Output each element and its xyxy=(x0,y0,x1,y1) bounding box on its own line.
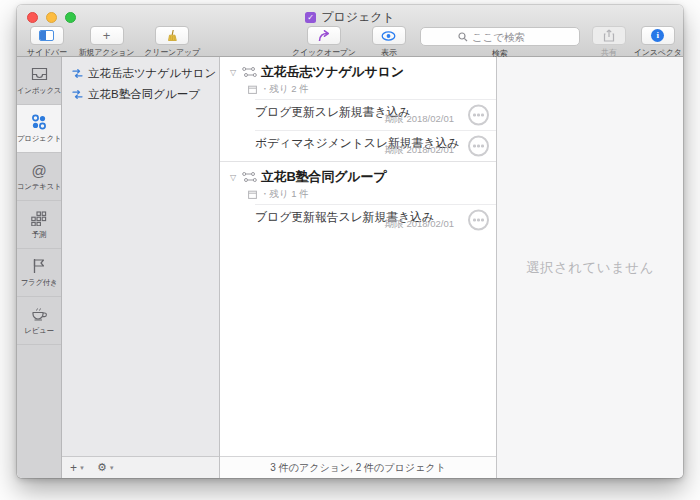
status-bar: 3 件のアクション, 2 件のプロジェクト xyxy=(220,456,496,478)
titlebar[interactable]: ✓ プロジェクト xyxy=(17,5,683,25)
search-input[interactable] xyxy=(472,31,542,43)
traffic-lights xyxy=(27,12,76,23)
tab-projects-label: プロジェクト xyxy=(17,134,61,144)
project-subtitle: ・残り 2 件 xyxy=(248,83,488,96)
omnifocus-proxy-icon: ✓ xyxy=(305,12,316,23)
share-button[interactable] xyxy=(592,26,626,45)
quick-open-button[interactable] xyxy=(307,26,341,45)
omnifocus-window: ✓ プロジェクト サイドバー + 新規アクション xyxy=(17,5,683,478)
project-group: ▽ 立花岳志ツナゲルサロン xyxy=(220,57,496,161)
share-label: 共有 xyxy=(601,47,617,58)
project-group-header[interactable]: ▽ 立花B塾合同グループ xyxy=(220,162,496,204)
close-button[interactable] xyxy=(27,12,38,23)
contexts-at-icon: @ xyxy=(31,161,46,179)
detail-pane: 選択されていません xyxy=(497,57,683,478)
calendar-icon xyxy=(248,190,257,199)
sidebar-project-item[interactable]: 立花岳志ツナゲルサロン xyxy=(62,63,219,84)
sidebar-project-item[interactable]: 立花B塾合同グループ xyxy=(62,84,219,105)
flag-icon xyxy=(32,257,46,275)
new-action-label: 新規アクション xyxy=(79,47,135,58)
toolbar-item-sidebar: サイドバー xyxy=(27,26,67,58)
toolbar-item-quick-open: クイックオープン xyxy=(292,26,356,58)
review-cup-icon xyxy=(31,305,48,323)
project-group-header[interactable]: ▽ 立花岳志ツナゲルサロン xyxy=(220,57,496,99)
inbox-icon xyxy=(31,65,48,83)
minimize-button[interactable] xyxy=(46,12,57,23)
toolbar-item-share: 共有 xyxy=(592,26,626,58)
tab-contexts[interactable]: @ コンテキスト xyxy=(17,153,61,201)
tab-projects[interactable]: プロジェクト xyxy=(17,105,61,153)
projects-icon xyxy=(31,113,47,131)
perspective-rail: インボックス プロジェクト @ コンテキスト xyxy=(17,57,62,478)
sidebar-bottom-bar: +▼ ⚙▼ xyxy=(62,456,219,478)
project-subtitle: ・残り 1 件 xyxy=(248,188,488,201)
sidebar-project-title: 立花B塾合同グループ xyxy=(88,87,200,102)
view-label: 表示 xyxy=(381,47,397,58)
sidebar-toggle-button[interactable] xyxy=(30,26,64,45)
forecast-icon xyxy=(31,209,47,227)
quick-open-arrow-icon xyxy=(317,30,331,42)
inspector-button[interactable]: i xyxy=(641,26,675,45)
tab-inbox[interactable]: インボックス xyxy=(17,57,61,105)
task-status-circle[interactable] xyxy=(468,105,489,126)
outline-pane: ▽ 立花岳志ツナゲルサロン xyxy=(220,57,497,478)
disclosure-triangle-icon[interactable]: ▽ xyxy=(228,173,238,182)
parallel-project-icon xyxy=(72,89,83,100)
window-title: ✓ プロジェクト xyxy=(305,9,395,26)
plus-icon: + xyxy=(70,461,77,475)
task-due-date: 期限 2018/02/01 xyxy=(385,218,454,231)
task-row[interactable]: ブログ更新スレ新規書き込み 期限 2018/02/01 xyxy=(255,99,496,130)
share-icon xyxy=(603,29,615,42)
tab-forecast[interactable]: 予測 xyxy=(17,201,61,249)
calendar-icon xyxy=(248,85,257,94)
toolbar-item-cleanup: クリーンアップ xyxy=(144,26,200,58)
parallel-project-icon xyxy=(72,68,83,79)
view-button[interactable] xyxy=(372,26,406,45)
project-type-icon xyxy=(242,171,257,183)
disclosure-triangle-icon[interactable]: ▽ xyxy=(228,68,238,77)
toolbar-item-search: 検索 xyxy=(420,26,580,59)
sidebar-toggle-label: サイドバー xyxy=(27,47,67,58)
search-label: 検索 xyxy=(492,48,508,59)
tab-inbox-label: インボックス xyxy=(17,86,61,96)
project-group: ▽ 立花B塾合同グループ xyxy=(220,161,496,235)
tab-contexts-label: コンテキスト xyxy=(17,182,61,192)
window-header: ✓ プロジェクト サイドバー + 新規アクション xyxy=(17,5,683,57)
no-selection-text: 選択されていません xyxy=(526,259,654,277)
cleanup-button[interactable] xyxy=(155,26,189,45)
tab-review-label: レビュー xyxy=(24,326,53,336)
remaining-count: ・残り 1 件 xyxy=(260,188,309,201)
task-due-date: 期限 2018/02/01 xyxy=(385,144,454,157)
toolbar-item-new-action: + 新規アクション xyxy=(79,26,135,58)
search-field[interactable] xyxy=(420,27,580,46)
chevron-down-icon: ▼ xyxy=(79,465,85,471)
project-title: 立花B塾合同グループ xyxy=(261,168,386,186)
project-title: 立花岳志ツナゲルサロン xyxy=(261,63,404,81)
task-status-circle[interactable] xyxy=(468,210,489,231)
task-status-circle[interactable] xyxy=(468,136,489,157)
project-sidebar: 立花岳志ツナゲルサロン 立花B塾合同グループ +▼ ⚙▼ xyxy=(62,57,220,478)
status-bar-text: 3 件のアクション, 2 件のプロジェクト xyxy=(270,461,445,475)
toolbar: サイドバー + 新規アクション クリーンアップ xyxy=(17,25,683,59)
toolbar-item-inspector: i インスペクタ xyxy=(634,26,682,58)
add-project-button[interactable]: +▼ xyxy=(70,461,85,475)
remaining-count: ・残り 2 件 xyxy=(260,83,309,96)
quick-open-label: クイックオープン xyxy=(292,47,356,58)
broom-icon xyxy=(166,29,179,42)
info-icon: i xyxy=(651,29,664,42)
eye-icon xyxy=(381,31,396,41)
task-row[interactable]: ボディマネジメントスレ新規書き込み 期限 2018/02/01 xyxy=(255,130,496,161)
task-due-date: 期限 2018/02/01 xyxy=(385,113,454,126)
zoom-button[interactable] xyxy=(65,12,76,23)
tab-review[interactable]: レビュー xyxy=(17,297,61,345)
new-action-button[interactable]: + xyxy=(90,26,124,45)
toolbar-item-view: 表示 xyxy=(372,26,406,58)
inspector-label: インスペクタ xyxy=(634,47,682,58)
action-menu-button[interactable]: ⚙▼ xyxy=(97,461,115,474)
tab-flagged[interactable]: フラグ付き xyxy=(17,249,61,297)
project-type-icon xyxy=(242,66,257,78)
window-title-text: プロジェクト xyxy=(321,9,395,26)
task-row[interactable]: ブログ更新報告スレ新規書き込み 期限 2018/02/01 xyxy=(255,204,496,235)
content: インボックス プロジェクト @ コンテキスト xyxy=(17,57,683,478)
sidebar-toggle-icon xyxy=(39,30,54,41)
